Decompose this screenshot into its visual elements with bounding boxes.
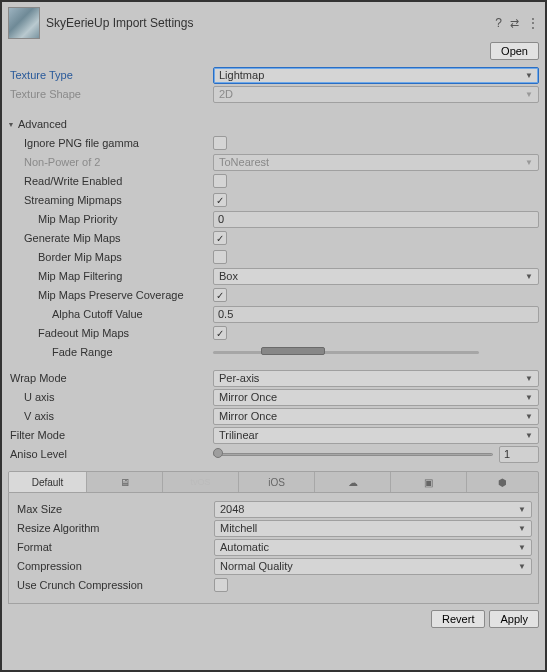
chevron-down-icon: ▼ [525,272,533,281]
inspector-panel: SkyEerieUp Import Settings ? ⇄ ⋮ Open Te… [2,2,545,634]
webgl-icon: ⬢ [498,477,507,488]
advanced-heading: Advanced [18,118,67,130]
resize-label: Resize Algorithm [15,522,214,534]
resize-value: Mitchell [220,522,257,534]
mip-priority-label: Mip Map Priority [8,213,213,225]
android-icon: ▣ [424,477,433,488]
monitor-icon: 🖥 [120,477,130,488]
triangle-down-icon: ▼ [6,121,16,128]
wrap-mode-value: Per-axis [219,372,259,384]
mip-filter-select[interactable]: Box ▼ [213,268,539,285]
tab-tvos[interactable]: tvOS [163,472,239,492]
mip-priority-field[interactable] [213,211,539,228]
texture-shape-select: 2D ▼ [213,86,539,103]
crunch-label: Use Crunch Compression [15,579,214,591]
chevron-down-icon: ▼ [518,524,526,533]
open-button[interactable]: Open [490,42,539,60]
format-label: Format [15,541,214,553]
wrap-v-select[interactable]: Mirror Once ▼ [213,408,539,425]
fadeout-checkbox[interactable]: ✓ [213,326,227,340]
texture-type-value: Lightmap [219,69,264,81]
header-bar: SkyEerieUp Import Settings ? ⇄ ⋮ [8,6,539,40]
texture-shape-label: Texture Shape [8,88,213,100]
npo2-value: ToNearest [219,156,269,168]
aniso-label: Aniso Level [8,448,213,460]
texture-type-label: Texture Type [8,69,213,81]
aniso-slider[interactable] [213,447,493,461]
tab-standalone[interactable]: 🖥 [87,472,163,492]
platform-settings: Max Size 2048 ▼ Resize Algorithm Mitchel… [8,493,539,604]
chevron-down-icon: ▼ [525,90,533,99]
tab-webgl[interactable]: ⬢ [467,472,538,492]
fade-range-slider[interactable] [213,345,479,359]
maxsize-value: 2048 [220,503,244,515]
streaming-checkbox[interactable]: ✓ [213,193,227,207]
apply-button[interactable]: Apply [489,610,539,628]
chevron-down-icon: ▼ [525,158,533,167]
border-mip-label: Border Mip Maps [8,251,213,263]
preset-icon[interactable]: ⇄ [510,17,519,30]
wrap-u-label: U axis [8,391,213,403]
alpha-cutoff-label: Alpha Cutoff Value [8,308,213,320]
chevron-down-icon: ▼ [518,543,526,552]
preserve-cov-checkbox[interactable]: ✓ [213,288,227,302]
tab-android[interactable]: ▣ [391,472,467,492]
asset-title: SkyEerieUp Import Settings [46,16,489,30]
wrap-v-value: Mirror Once [219,410,277,422]
border-mip-checkbox[interactable] [213,250,227,264]
filter-mode-value: Trilinear [219,429,258,441]
filter-mode-select[interactable]: Trilinear ▼ [213,427,539,444]
texture-type-select[interactable]: Lightmap ▼ [213,67,539,84]
alpha-cutoff-field[interactable] [213,306,539,323]
format-value: Automatic [220,541,269,553]
mip-filter-value: Box [219,270,238,282]
chevron-down-icon: ▼ [525,412,533,421]
npo2-label: Non-Power of 2 [8,156,213,168]
wrap-u-select[interactable]: Mirror Once ▼ [213,389,539,406]
asset-thumbnail [8,7,40,39]
platform-tabbar: Default 🖥 tvOS iOS ☁ ▣ ⬢ [8,471,539,493]
ignore-png-label: Ignore PNG file gamma [8,137,213,149]
compression-value: Normal Quality [220,560,293,572]
crunch-checkbox[interactable] [214,578,228,592]
chevron-down-icon: ▼ [525,374,533,383]
lumin-icon: ☁ [348,477,358,488]
menu-icon[interactable]: ⋮ [527,16,539,30]
advanced-foldout[interactable]: ▼ Advanced [6,118,539,130]
tab-default[interactable]: Default [9,472,87,492]
aniso-field[interactable] [499,446,539,463]
chevron-down-icon: ▼ [525,393,533,402]
maxsize-label: Max Size [15,503,214,515]
format-select[interactable]: Automatic ▼ [214,539,532,556]
chevron-down-icon: ▼ [518,505,526,514]
compression-select[interactable]: Normal Quality ▼ [214,558,532,575]
gen-mip-checkbox[interactable]: ✓ [213,231,227,245]
resize-select[interactable]: Mitchell ▼ [214,520,532,537]
chevron-down-icon: ▼ [525,71,533,80]
gen-mip-label: Generate Mip Maps [8,232,213,244]
maxsize-select[interactable]: 2048 ▼ [214,501,532,518]
streaming-label: Streaming Mipmaps [8,194,213,206]
wrap-mode-label: Wrap Mode [8,372,213,384]
fade-range-label: Fade Range [8,346,213,358]
wrap-v-label: V axis [8,410,213,422]
npo2-select: ToNearest ▼ [213,154,539,171]
revert-button[interactable]: Revert [431,610,485,628]
filter-mode-label: Filter Mode [8,429,213,441]
preserve-cov-label: Mip Maps Preserve Coverage [8,289,213,301]
help-icon[interactable]: ? [495,16,502,30]
fadeout-label: Fadeout Mip Maps [8,327,213,339]
tab-lumin[interactable]: ☁ [315,472,391,492]
rw-label: Read/Write Enabled [8,175,213,187]
chevron-down-icon: ▼ [525,431,533,440]
tab-ios[interactable]: iOS [239,472,315,492]
chevron-down-icon: ▼ [518,562,526,571]
wrap-mode-select[interactable]: Per-axis ▼ [213,370,539,387]
ignore-png-checkbox[interactable] [213,136,227,150]
rw-checkbox[interactable] [213,174,227,188]
compression-label: Compression [15,560,214,572]
wrap-u-value: Mirror Once [219,391,277,403]
texture-shape-value: 2D [219,88,233,100]
mip-filter-label: Mip Map Filtering [8,270,213,282]
